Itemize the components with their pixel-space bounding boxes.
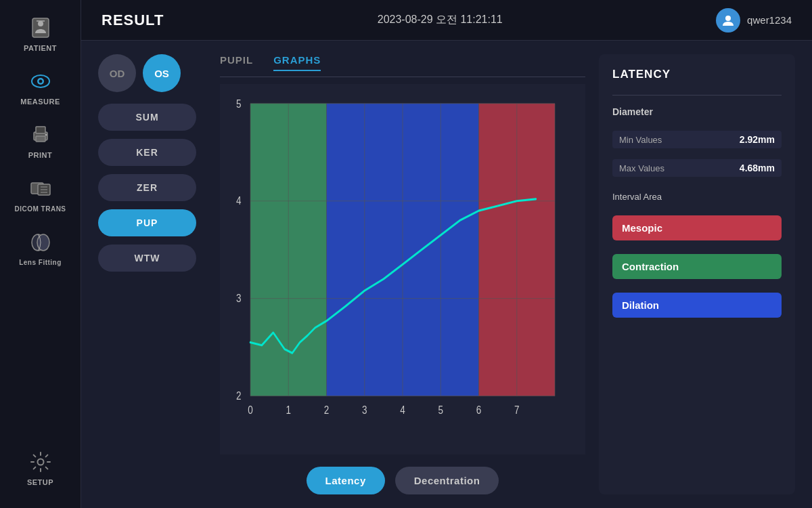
- ker-button[interactable]: KER: [98, 139, 196, 166]
- min-values-label: Min Values: [619, 135, 662, 145]
- interval-area-label: Interval Area: [612, 192, 782, 202]
- interval-dilation: Dilation: [612, 293, 782, 318]
- header-user: qwer1234: [716, 8, 792, 33]
- max-values-value: 4.68mm: [740, 163, 775, 173]
- sidebar-item-setup[interactable]: SETUP: [0, 441, 81, 494]
- sidebar-item-label: PATIENT: [24, 44, 57, 52]
- diameter-section-label: Diameter: [612, 106, 782, 117]
- zer-button[interactable]: ZER: [98, 174, 196, 201]
- svg-text:2: 2: [324, 403, 330, 416]
- sidebar-item-print[interactable]: PRINT: [0, 114, 81, 167]
- svg-point-16: [37, 234, 49, 251]
- header: RESULT 2023-08-29 오전 11:21:11 qwer1234: [81, 0, 812, 41]
- sidebar-item-label: DICOM TRANS: [14, 205, 66, 213]
- sidebar: PATIENT MEASURE PRINT: [0, 0, 81, 508]
- sidebar-item-measure[interactable]: MEASURE: [0, 60, 81, 114]
- eye-icon: [28, 68, 53, 94]
- svg-rect-7: [36, 127, 45, 133]
- sidebar-item-label: PRINT: [28, 151, 53, 159]
- svg-point-1: [38, 21, 43, 26]
- username: qwer1234: [747, 14, 792, 26]
- chart-container: 5 4 3 2 0 1 2 3 4 5 6 7: [220, 84, 585, 454]
- max-values-row: Max Values 4.68mm: [612, 159, 782, 177]
- sidebar-item-label: Lens Fitting: [19, 259, 62, 266]
- bottom-buttons: Latency Decentration: [220, 467, 585, 494]
- eye-selector: OD OS: [98, 54, 206, 92]
- sidebar-item-label: MEASURE: [20, 98, 60, 106]
- svg-text:5: 5: [438, 403, 443, 416]
- svg-text:5: 5: [236, 97, 242, 110]
- min-values-row: Min Values 2.92mm: [612, 131, 782, 148]
- print-icon: [28, 122, 53, 148]
- svg-text:7: 7: [514, 403, 520, 416]
- svg-point-9: [45, 134, 47, 136]
- latency-panel-title: LATENCY: [612, 68, 782, 81]
- right-panel: LATENCY Diameter Min Values 2.92mm Max V…: [599, 54, 795, 494]
- chart-svg: 5 4 3 2 0 1 2 3 4 5 6 7: [220, 84, 585, 454]
- svg-text:0: 0: [248, 403, 253, 416]
- max-values-label: Max Values: [619, 163, 664, 173]
- svg-rect-8: [36, 136, 45, 142]
- avatar: [716, 8, 740, 33]
- dicom-icon: [28, 175, 53, 201]
- lens-icon: [28, 230, 53, 255]
- page-title: RESULT: [102, 12, 164, 29]
- sidebar-item-label: SETUP: [27, 478, 53, 486]
- panel-divider-1: [612, 95, 782, 96]
- center-panel: PUPIL GRAPHS: [220, 54, 585, 494]
- svg-point-5: [39, 80, 42, 83]
- header-datetime: 2023-08-29 오전 11:21:11: [164, 13, 716, 27]
- main-content: RESULT 2023-08-29 오전 11:21:11 qwer1234 O…: [81, 0, 812, 508]
- left-panel: OD OS SUM KER ZER PUP WTW: [98, 54, 206, 494]
- svg-point-18: [725, 16, 731, 21]
- od-button[interactable]: OD: [98, 54, 136, 92]
- patient-icon: [28, 15, 53, 41]
- pup-button[interactable]: PUP: [98, 209, 196, 236]
- decentration-button[interactable]: Decentration: [395, 467, 499, 494]
- sidebar-item-dicom[interactable]: DICOM TRANS: [0, 167, 81, 221]
- svg-point-17: [37, 459, 43, 465]
- svg-text:1: 1: [286, 403, 291, 416]
- svg-text:4: 4: [236, 194, 242, 207]
- interval-mesopic: Mesopic: [612, 215, 782, 240]
- tab-graphs[interactable]: GRAPHS: [273, 54, 321, 71]
- svg-text:6: 6: [476, 403, 482, 416]
- svg-text:2: 2: [236, 389, 242, 402]
- svg-text:3: 3: [362, 403, 367, 416]
- sum-button[interactable]: SUM: [98, 104, 196, 131]
- tab-bar: PUPIL GRAPHS: [220, 54, 585, 77]
- sidebar-item-patient[interactable]: PATIENT: [0, 7, 81, 60]
- latency-button[interactable]: Latency: [307, 467, 385, 494]
- tab-pupil[interactable]: PUPIL: [220, 54, 253, 71]
- svg-text:4: 4: [400, 403, 405, 416]
- os-button[interactable]: OS: [143, 54, 181, 92]
- setup-icon: [28, 449, 53, 475]
- sidebar-item-lens[interactable]: Lens Fitting: [0, 221, 81, 274]
- interval-contraction: Contraction: [612, 254, 782, 279]
- min-values-value: 2.92mm: [740, 134, 775, 145]
- wtw-button[interactable]: WTW: [98, 245, 196, 272]
- svg-text:3: 3: [236, 292, 242, 305]
- content-area: OD OS SUM KER ZER PUP WTW PUPIL GRAPHS: [81, 41, 812, 508]
